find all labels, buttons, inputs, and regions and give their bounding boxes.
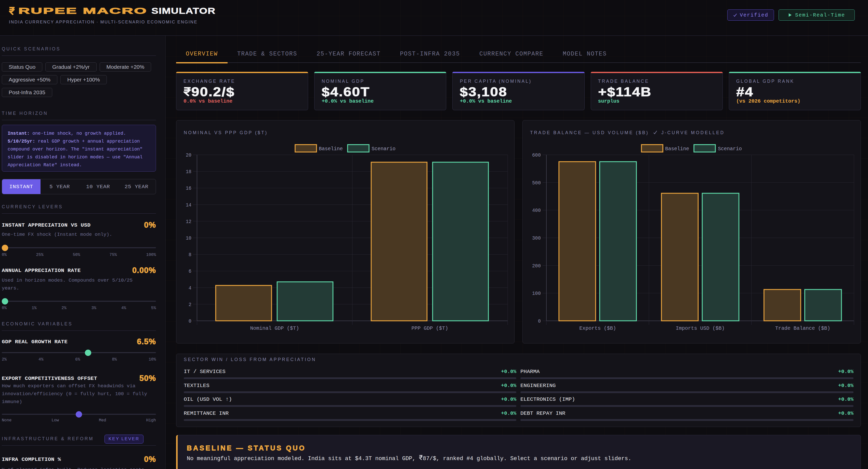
svg-text:400: 400 xyxy=(532,207,541,213)
svg-text:Baseline: Baseline xyxy=(319,146,343,152)
svg-text:0: 0 xyxy=(538,318,541,324)
svg-text:600: 600 xyxy=(532,152,541,158)
svg-text:20: 20 xyxy=(186,152,191,158)
svg-text:Trade Balance ($B): Trade Balance ($B) xyxy=(775,325,830,331)
svg-text:300: 300 xyxy=(532,235,541,241)
svg-text:Exports ($B): Exports ($B) xyxy=(579,325,616,331)
svg-text:Scenario: Scenario xyxy=(718,146,742,152)
svg-text:14: 14 xyxy=(186,202,191,208)
svg-text:Scenario: Scenario xyxy=(372,146,396,152)
svg-text:500: 500 xyxy=(532,180,541,186)
svg-text:Nominal GDP ($T): Nominal GDP ($T) xyxy=(250,325,299,331)
svg-text:10: 10 xyxy=(186,235,191,241)
svg-text:Imports USD ($B): Imports USD ($B) xyxy=(676,325,724,331)
svg-text:100: 100 xyxy=(532,291,541,296)
svg-text:16: 16 xyxy=(186,186,191,191)
svg-text:8: 8 xyxy=(189,252,191,258)
svg-text:18: 18 xyxy=(186,169,191,175)
svg-text:0: 0 xyxy=(189,318,191,324)
svg-text:4: 4 xyxy=(189,285,191,291)
svg-text:PPP GDP ($T): PPP GDP ($T) xyxy=(411,325,448,331)
svg-text:12: 12 xyxy=(186,219,191,225)
svg-text:200: 200 xyxy=(532,263,541,269)
svg-text:6: 6 xyxy=(189,268,191,274)
svg-text:2: 2 xyxy=(189,302,191,308)
svg-text:Baseline: Baseline xyxy=(665,146,689,152)
